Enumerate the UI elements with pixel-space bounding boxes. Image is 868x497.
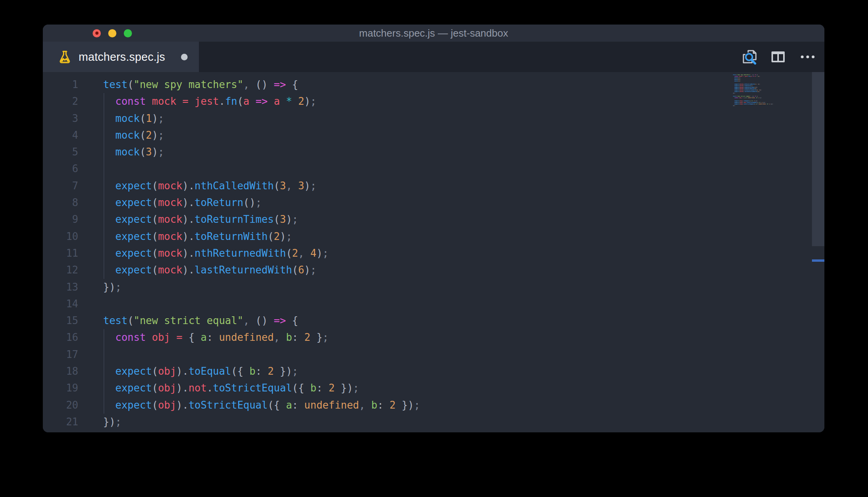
indent-guide [104, 93, 104, 110]
indent-guide [104, 363, 104, 380]
code-line[interactable]: 14 [43, 296, 824, 312]
code-area[interactable]: 1test("new spy matchers", () => {2 const… [43, 72, 824, 432]
code-line[interactable]: 17 [43, 346, 824, 363]
line-number: 11 [43, 245, 78, 262]
line-number: 17 [43, 346, 78, 363]
line-number: 19 [43, 380, 78, 397]
modified-indicator [181, 54, 188, 60]
line-number: 8 [43, 194, 78, 211]
line-number: 6 [43, 160, 78, 177]
code-line[interactable]: 5 mock(3); [43, 144, 824, 160]
tab-matchers-spec[interactable]: matchers.spec.js [43, 42, 199, 72]
code-line[interactable]: 12 expect(mock).lastReturnedWith(6); [43, 262, 824, 278]
code-line: 22 [43, 430, 824, 432]
code-line[interactable]: 3 mock(1); [43, 110, 824, 127]
line-number: 4 [43, 127, 78, 144]
line-number: 22 [43, 430, 78, 432]
code-line[interactable]: 13}); [43, 279, 824, 296]
indent-guide [104, 144, 104, 160]
indent-guide [104, 346, 104, 363]
editor-actions [740, 42, 817, 72]
line-number: 14 [43, 296, 78, 312]
more-actions-icon[interactable] [799, 48, 817, 66]
file-search-icon[interactable] [740, 48, 757, 66]
code-line[interactable]: 15test("new strict equal", () => { [43, 312, 824, 329]
code-line[interactable]: 19 expect(obj).not.toStrictEqual({ b: 2 … [43, 380, 824, 397]
line-number: 9 [43, 211, 78, 228]
code-line[interactable]: 2 const mock = jest.fn(a => a * 2); [43, 93, 824, 110]
line-number: 12 [43, 262, 78, 278]
code-line[interactable]: 16 const obj = { a: undefined, b: 2 }; [43, 329, 824, 346]
indent-guide [104, 160, 104, 177]
line-number: 15 [43, 312, 78, 329]
indent-guide [104, 194, 104, 211]
code-line[interactable]: 10 expect(mock).toReturnWith(2); [43, 228, 824, 245]
code-line[interactable]: 11 expect(mock).nthReturnedWith(2, 4); [43, 245, 824, 262]
code-line[interactable]: 18 expect(obj).toEqual({ b: 2 }); [43, 363, 824, 380]
indent-guide [104, 211, 104, 228]
titlebar: matchers.spec.js — jest-sandbox [43, 25, 824, 42]
indent-guide [104, 228, 104, 245]
line-number: 13 [43, 279, 78, 296]
test-flask-icon [58, 50, 72, 64]
code-line[interactable]: 7 expect(mock).nthCalledWith(3, 3); [43, 178, 824, 194]
minimap[interactable]: test("new spy matchers", () => { const m… [733, 74, 824, 107]
code-line[interactable]: 8 expect(mock).toReturn(); [43, 194, 824, 211]
scrollbar-thumb[interactable] [812, 72, 824, 246]
indent-guide [104, 245, 104, 262]
code-line[interactable]: 6 [43, 160, 824, 177]
code-line[interactable]: 20 expect(obj).toStrictEqual({ a: undefi… [43, 397, 824, 414]
code-line[interactable]: 4 mock(2); [43, 127, 824, 144]
line-number: 5 [43, 144, 78, 160]
app-window: matchers.spec.js — jest-sandbox matchers… [43, 25, 824, 432]
line-number: 18 [43, 363, 78, 380]
indent-guide [104, 329, 104, 346]
code-line[interactable]: 9 expect(mock).toReturnTimes(3); [43, 211, 824, 228]
overview-ruler-cursor-mark [812, 259, 824, 262]
line-number: 2 [43, 93, 78, 110]
tab-label: matchers.spec.js [79, 51, 165, 63]
indent-guide [104, 178, 104, 194]
window-title: matchers.spec.js — jest-sandbox [43, 25, 824, 42]
line-number: 16 [43, 329, 78, 346]
scrollbar [812, 72, 824, 432]
indent-guide [104, 127, 104, 144]
tab-bar: matchers.spec.js [43, 42, 824, 72]
line-number: 1 [43, 76, 78, 93]
editor: 1test("new spy matchers", () => {2 const… [43, 72, 824, 432]
line-number: 20 [43, 397, 78, 414]
line-number: 21 [43, 414, 78, 430]
indent-guide [104, 397, 104, 414]
indent-guide [104, 110, 104, 127]
code-line[interactable]: 21}); [43, 414, 824, 430]
line-number: 10 [43, 228, 78, 245]
line-number: 3 [43, 110, 78, 127]
split-editor-icon[interactable] [769, 48, 787, 66]
line-number: 7 [43, 178, 78, 194]
indent-guide [104, 380, 104, 397]
code-line[interactable]: 1test("new spy matchers", () => { [43, 76, 824, 93]
indent-guide [104, 262, 104, 278]
